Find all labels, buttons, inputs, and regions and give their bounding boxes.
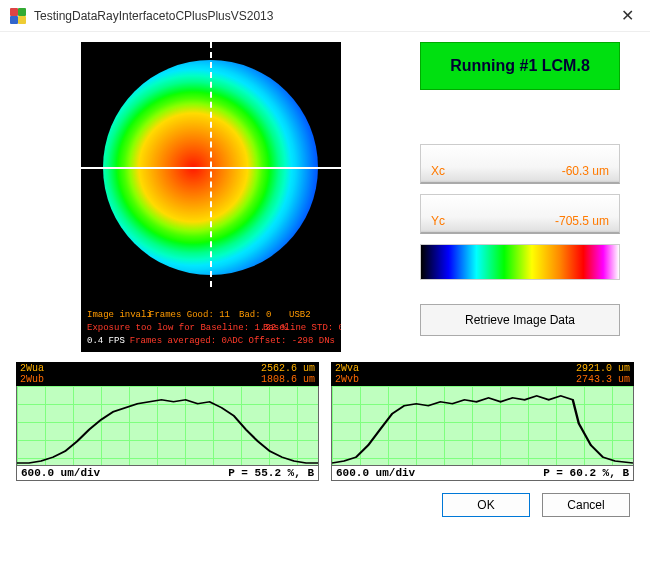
profile-v-chart[interactable] <box>331 386 634 466</box>
retrieve-image-data-button[interactable]: Retrieve Image Data <box>420 304 620 336</box>
profile-div: 600.0 um/div <box>21 467 100 479</box>
profile-label: 2Wub <box>20 374 44 385</box>
title-bar: TestingDataRayInterfacetoCPlusPlusVS2013… <box>0 0 650 32</box>
profile-v-panel: 2Wva 2921.0 um 2Wvb 2743.3 um 600.0 um/d… <box>331 362 634 481</box>
beam-profile-image: Image invali Frames Good: 11 Bad: 0 USB2… <box>81 42 341 352</box>
profile-div: 600.0 um/div <box>336 467 415 479</box>
xc-readout[interactable]: Xc -60.3 um <box>420 144 620 184</box>
color-palette-bar[interactable] <box>420 244 620 280</box>
crosshair-vertical <box>210 42 212 287</box>
profile-label: 2Wva <box>335 363 359 374</box>
profile-value: 2743.3 um <box>576 374 630 385</box>
profile-stat: P = 60.2 %, B <box>543 467 629 479</box>
profile-value: 2921.0 um <box>576 363 630 374</box>
status-banner: Running #1 LCM.8 <box>420 42 620 90</box>
metric-label: Xc <box>431 164 562 178</box>
yc-readout[interactable]: Yc -705.5 um <box>420 194 620 234</box>
profile-stat: P = 55.2 %, B <box>228 467 314 479</box>
beam-overlay-text: Image invali Frames Good: 11 Bad: 0 USB2… <box>87 309 335 348</box>
ok-button[interactable]: OK <box>442 493 530 517</box>
profile-u-panel: 2Wua 2562.6 um 2Wub 1808.6 um 600.0 um/d… <box>16 362 319 481</box>
metric-value: -705.5 um <box>555 214 609 228</box>
profile-label: 2Wua <box>20 363 44 374</box>
cancel-button[interactable]: Cancel <box>542 493 630 517</box>
window-title: TestingDataRayInterfacetoCPlusPlusVS2013 <box>34 9 615 23</box>
profile-value: 2562.6 um <box>261 363 315 374</box>
app-icon <box>10 8 26 24</box>
metric-label: Yc <box>431 214 555 228</box>
metric-value: -60.3 um <box>562 164 609 178</box>
close-icon[interactable]: ✕ <box>615 6 640 25</box>
profile-label: 2Wvb <box>335 374 359 385</box>
profile-u-chart[interactable] <box>16 386 319 466</box>
profile-value: 1808.6 um <box>261 374 315 385</box>
